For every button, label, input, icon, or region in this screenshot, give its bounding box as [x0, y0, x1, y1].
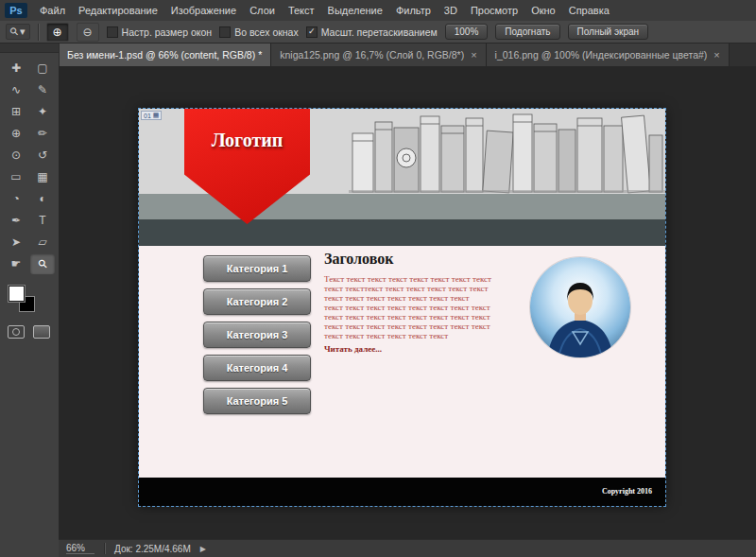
zoom-tool-icon: ⚲ — [35, 256, 50, 271]
menu-3d[interactable]: 3D — [438, 0, 464, 21]
tools-grid: ✚ ▢ ∿ ✎ ⊞ ✦ ⊕ ✏ ⊙ ↺ ▭ ▦ ◔ ◐ ✒ T ➤ ▱ ☛ ⚲ — [0, 58, 59, 274]
canvas-area[interactable]: Логотип 01 ▦ Категория 1 Категория 2 Кат… — [59, 66, 756, 539]
document-tabs: Без имени-1.psd @ 66% (content, RGB/8) *… — [59, 44, 756, 66]
crop-tool[interactable]: ⊞ — [4, 101, 28, 122]
zoom-in-button[interactable]: ⊕ — [46, 23, 69, 42]
history-brush-tool[interactable]: ↺ — [30, 145, 55, 165]
photoshop-window: Ps Файл Редактирование Изображение Слои … — [0, 0, 756, 557]
category-button-1: Категория 1 — [203, 255, 311, 282]
tab-untitled-psd[interactable]: Без имени-1.psd @ 66% (content, RGB/8) * — [59, 44, 271, 66]
article-heading: Заголовок — [324, 251, 393, 268]
slice-badge: 01 ▦ — [141, 111, 162, 120]
site-footer: Copyright 2016 — [139, 478, 665, 506]
nav-dark-band — [139, 219, 665, 246]
books-illustration — [349, 109, 665, 194]
menu-type[interactable]: Текст — [282, 0, 321, 21]
status-bar: 66% Док: 2.25M/4.66M ▶ — [59, 539, 756, 557]
menu-layers[interactable]: Слои — [243, 0, 282, 21]
category-button-5: Категория 5 — [203, 388, 311, 414]
color-swatches — [9, 286, 37, 314]
foreground-color-swatch[interactable] — [9, 286, 25, 302]
path-select-tool[interactable]: ➤ — [4, 232, 28, 252]
menu-window[interactable]: Окно — [524, 0, 562, 21]
lasso-tool[interactable]: ∿ — [4, 79, 28, 100]
article-body: Текст текст текст текст текст текст текс… — [324, 274, 547, 340]
clone-stamp-tool[interactable]: ⊙ — [4, 145, 28, 165]
shape-tool[interactable]: ▱ — [30, 232, 55, 252]
eyedropper-tool[interactable]: ✦ — [30, 101, 55, 122]
read-more-link: Читать далее... — [324, 344, 382, 354]
eraser-tool[interactable]: ▭ — [4, 166, 28, 187]
menu-file[interactable]: Файл — [33, 0, 72, 21]
dodge-tool[interactable]: ◐ — [30, 188, 55, 209]
document-canvas[interactable]: Логотип 01 ▦ Категория 1 Категория 2 Кат… — [139, 109, 665, 506]
close-icon[interactable]: × — [713, 49, 719, 61]
actual-pixels-button[interactable]: 100% — [445, 24, 489, 40]
tab-kniga125[interactable]: kniga125.png @ 16,7% (Слой 0, RGB/8*) × — [271, 44, 486, 66]
menu-image[interactable]: Изображение — [164, 0, 243, 21]
menu-select[interactable]: Выделение — [321, 0, 389, 21]
scrubby-zoom-checkbox[interactable]: ✓ Масшт. перетаскиванием — [306, 26, 438, 38]
status-options-arrow[interactable]: ▶ — [200, 545, 206, 553]
menu-edit[interactable]: Редактирование — [72, 0, 164, 21]
category-button-2: Категория 2 — [203, 288, 311, 315]
menu-view[interactable]: Просмотр — [464, 0, 524, 21]
tools-panel: ✚ ▢ ∿ ✎ ⊞ ✦ ⊕ ✏ ⊙ ↺ ▭ ▦ ◔ ◐ ✒ T ➤ ▱ ☛ ⚲ — [0, 44, 60, 557]
tools-panel-header[interactable] — [0, 44, 59, 53]
options-bar: ⚲ ▾ ⊕ ⊖ Настр. размер окон Во всех окнах… — [0, 21, 756, 44]
resize-windows-checkbox[interactable]: Настр. размер окон — [107, 26, 213, 38]
quick-select-tool[interactable]: ✎ — [30, 79, 55, 100]
separator — [38, 24, 39, 41]
blur-tool[interactable]: ◔ — [4, 188, 28, 209]
checkbox-icon — [219, 26, 231, 38]
gradient-tool[interactable]: ▦ — [30, 166, 55, 187]
screen-mode-icon[interactable] — [33, 325, 50, 339]
pen-tool[interactable]: ✒ — [4, 210, 28, 231]
zoom-tool[interactable]: ⚲ — [30, 253, 55, 274]
tool-preset-picker[interactable]: ⚲ ▾ — [6, 24, 30, 40]
checkbox-checked-icon: ✓ — [306, 26, 318, 38]
quick-mask-icon[interactable] — [8, 325, 25, 339]
photoshop-logo: Ps — [5, 3, 27, 18]
menu-bar: Ps Файл Редактирование Изображение Слои … — [0, 0, 756, 22]
fill-screen-button[interactable]: Полный экран — [568, 24, 649, 40]
superman-photo — [530, 257, 630, 357]
type-tool[interactable]: T — [30, 210, 55, 231]
move-tool[interactable]: ✚ — [4, 58, 28, 78]
separator — [104, 543, 105, 554]
category-button-4: Категория 4 — [203, 355, 311, 381]
close-icon[interactable]: × — [471, 49, 476, 61]
slice-grid-icon: ▦ — [153, 112, 160, 119]
fit-screen-button[interactable]: Подогнать — [495, 24, 559, 40]
zoom-all-windows-checkbox[interactable]: Во всех окнах — [219, 26, 299, 38]
marquee-tool[interactable]: ▢ — [30, 58, 55, 78]
toolbar-bottom-icons — [8, 325, 50, 339]
document-size-info[interactable]: Док: 2.25M/4.66M — [114, 544, 191, 554]
tab-i016[interactable]: i_016.png @ 100% (Индексированные цвета#… — [487, 44, 730, 66]
menu-filter[interactable]: Фильтр — [389, 0, 438, 21]
zoom-level-field[interactable]: 66% — [66, 543, 94, 554]
category-button-3: Категория 3 — [203, 322, 311, 348]
chevron-down-icon: ▾ — [20, 26, 26, 38]
zoom-out-button[interactable]: ⊖ — [77, 23, 99, 42]
brush-tool[interactable]: ✏ — [30, 123, 55, 144]
menu-help[interactable]: Справка — [562, 0, 616, 21]
checkbox-icon — [107, 26, 118, 38]
hand-tool[interactable]: ☛ — [4, 253, 28, 274]
healing-brush-tool[interactable]: ⊕ — [4, 123, 28, 144]
